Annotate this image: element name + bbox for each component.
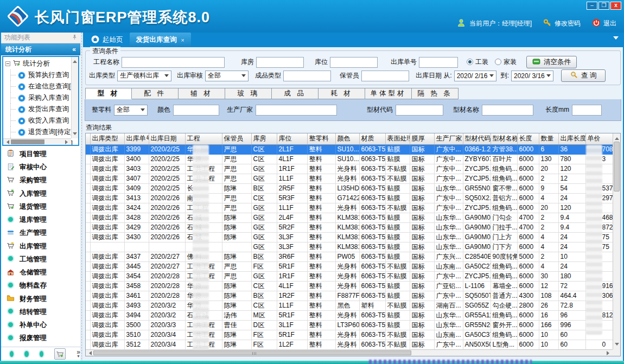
column-header[interactable]: 颜色 (335, 133, 359, 144)
scroll-left-icon[interactable] (4, 140, 9, 144)
column-header[interactable]: 出库长度 (558, 133, 585, 144)
scroll-up-icon[interactable] (615, 135, 619, 140)
material-tab-0[interactable]: 型 材 (85, 88, 132, 99)
tree-item-2[interactable]: 采购入库查询 (5, 92, 78, 104)
material-tab-1[interactable]: 配 件 (132, 88, 179, 99)
length-input[interactable] (572, 105, 602, 116)
radio-industrial[interactable]: 工装 (467, 58, 488, 67)
table-row[interactable]: 调拨出库34132020/2/26南 ...严思C区5R3F整料G7142260… (86, 193, 621, 203)
scroll-up-icon[interactable] (73, 58, 77, 63)
search-button[interactable]: 查 询 (561, 69, 606, 82)
column-header[interactable]: 库房 (251, 133, 277, 144)
material-tab-5[interactable]: 耗 材 (319, 88, 365, 99)
sidebar-item-14[interactable]: 报废管理 (1, 333, 80, 344)
table-row[interactable]: 调拨出库34002020/2/25华 原...严思C区4L1F整料SU10...… (86, 154, 621, 164)
clear-conditions-button[interactable]: 清空条件 (526, 56, 577, 68)
column-header[interactable]: 表面处理 (385, 133, 410, 144)
sidebar-item-4[interactable]: 退货管理 (1, 201, 80, 213)
column-header[interactable]: 型材名称 (491, 133, 517, 144)
scroll-down-icon[interactable] (73, 132, 77, 137)
profile-code-input[interactable] (396, 105, 443, 116)
table-row[interactable]: 调拨出库34092020/2/25长 ...陈琳B区2R5F整料LI35HD60… (86, 183, 621, 193)
sidebar-item-1[interactable]: 审核中心 (1, 162, 80, 174)
table-row[interactable]: 调拨出库35122020/3/4工 共工程陈琳F区1L2F整料光身料6063-T… (86, 340, 621, 349)
sidebar-item-0[interactable]: 项目管理 (1, 148, 80, 160)
order-no-input[interactable] (419, 57, 458, 68)
column-header[interactable]: 库位 (277, 133, 307, 144)
column-header[interactable]: 工程 (185, 133, 222, 144)
tab-home[interactable]: 起始页 (85, 33, 130, 47)
sidebar-item-10[interactable]: 物料盘存 (1, 280, 80, 292)
grid-vertical-scrollbar[interactable] (613, 133, 620, 349)
tree-item-1[interactable]: 在途信息查询[待 (5, 81, 78, 92)
table-row[interactable]: 调拨出库34452020/2/27工 共工程严思F区5R1F整料光身料6063-… (86, 261, 621, 271)
column-header[interactable]: 整零料 (307, 133, 335, 144)
table-row[interactable]: 调拨出库34932020/3/2华 原...陈琳C区1L1F整料黑色塑料不贴膜国… (86, 301, 621, 310)
logout-link[interactable]: 退出 (592, 18, 616, 29)
column-header[interactable]: 材质 (359, 133, 385, 144)
sidebar-item-9[interactable]: 仓储管理 (1, 267, 80, 279)
scroll-right-icon[interactable] (65, 140, 70, 144)
table-row[interactable]: 调拨出库34542020/2/28工 共工程严思G区1R1F整料光身料6063-… (86, 271, 621, 281)
scroll-left-icon[interactable] (87, 351, 92, 355)
color-input[interactable] (173, 105, 219, 116)
more-modules-button[interactable]: » ▼ (77, 350, 80, 359)
date-to-picker[interactable]: 2020/ 3/16 (511, 71, 553, 81)
sidebar-item-12[interactable]: 结转管理 (1, 306, 80, 318)
scrollbar-thumb[interactable] (11, 139, 44, 144)
column-header[interactable]: 数量 (539, 133, 558, 144)
scrollbar-thumb[interactable] (93, 350, 411, 355)
table-row[interactable]: 调拨出库35002020/3/3工 共工程曹佳D区3L1F整料LT3P60606… (86, 320, 621, 330)
table-row[interactable]: 调拨出库35102020/3/4工 共工程陈琳F区5R1F整料光身料6063-T… (86, 330, 621, 340)
table-row[interactable]: 调拨出库34582020/2/28华 原...陈琳C区4L1F整料光身料6063… (86, 281, 621, 291)
sidebar-item-6[interactable]: 生产管理 (1, 227, 80, 239)
whole-part-select[interactable]: 全部 (114, 105, 148, 116)
column-header[interactable]: 出库类型 (90, 133, 124, 144)
table-row[interactable]: 调拨出库34032020/2/25工 共工程严思G区1R1F整料光身料6063-… (86, 164, 621, 174)
collapse-chevron-icon[interactable]: « (72, 46, 76, 53)
sidebar-item-11[interactable]: 财务管理 (1, 293, 80, 305)
radio-home[interactable]: 家装 (495, 58, 517, 67)
material-tab-2[interactable]: 辅 材 (179, 88, 225, 99)
material-tab-3[interactable]: 玻 璃 (225, 88, 272, 99)
scroll-right-icon[interactable] (607, 351, 612, 355)
profile-name-input[interactable] (482, 105, 533, 116)
close-button[interactable]: x (610, 2, 621, 10)
module-dot-icon[interactable] (24, 351, 28, 357)
module-dot-icon[interactable] (10, 351, 14, 357)
table-row[interactable]: 调拨出库34612020/2/28华 原...陈琳B区1R2F整料F8877FT… (86, 291, 621, 301)
table-row[interactable]: 调拨出库34292020/2/26石 城陈琳G区5R2F整料KLM3817606… (86, 222, 621, 232)
table-row[interactable]: 调拨出库34302020/2/26石 城陈琳G区3L3F整料KLM3817606… (86, 232, 621, 242)
warehouse-input[interactable] (256, 57, 304, 68)
tree-item-0[interactable]: 预算执行查询 (5, 69, 78, 81)
change-password-link[interactable]: 修改密码 (543, 18, 581, 29)
sidebar-item-7[interactable]: 出库管理 (1, 240, 80, 252)
table-row[interactable]: 调拨出库34242020/2/26工 工程严思G区1L1F整料光身料6063-T… (86, 203, 621, 213)
column-header[interactable]: 出库单号 (124, 133, 149, 144)
table-row[interactable]: 调拨出库33992020/2/25华 原...严思C区2L1F整料SU10...… (86, 144, 621, 154)
sidebar-item-8[interactable]: 工地管理 (1, 253, 80, 265)
project-name-input[interactable] (122, 57, 225, 68)
material-tab-6[interactable]: 单体型材 (365, 88, 412, 99)
sidebar-group-header[interactable]: 统计分析 « (1, 43, 80, 55)
tree-item-3[interactable]: 发货出库查询 (5, 104, 78, 115)
tab-outbound-query[interactable]: 发货出库查询 × (130, 33, 191, 47)
tab-list-dropdown-icon[interactable] (613, 36, 619, 42)
audit-select[interactable]: 全部 (205, 71, 249, 81)
tree-expander-icon[interactable] (5, 61, 10, 66)
manufacturer-input[interactable] (256, 105, 337, 116)
column-header[interactable]: 出库日期 (149, 133, 185, 144)
sidebar-item-2[interactable]: 采购管理 (1, 175, 80, 187)
material-tab-7[interactable]: 隔 热 条 (412, 88, 459, 99)
tree-horizontal-scrollbar[interactable] (3, 138, 71, 145)
material-tab-4[interactable]: 成 品 (272, 88, 319, 99)
sidebar-item-5[interactable]: 退库管理 (1, 214, 80, 226)
column-header[interactable]: 保管员 (222, 133, 251, 144)
tab-close-icon[interactable]: × (181, 37, 184, 43)
module-dot-icon[interactable] (40, 351, 43, 357)
product-type-input[interactable] (283, 71, 331, 81)
column-header[interactable]: 生产厂家 (434, 133, 463, 144)
tree-vertical-scrollbar[interactable] (71, 57, 78, 138)
table-row[interactable]: 调拨出库34942020/3/2石 辉城汤伟M区5R1F整料光身料6063-T5… (86, 310, 621, 320)
maximize-button[interactable]: ❐ (598, 2, 609, 10)
